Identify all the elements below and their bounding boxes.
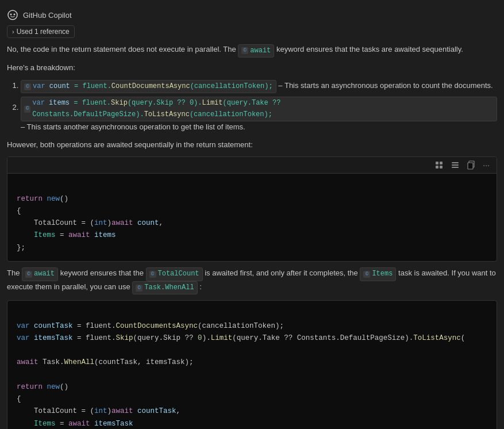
header: GitHub Copilot xyxy=(7,5,497,25)
code-content-1: return new() { TotalCount = (int)await c… xyxy=(7,174,497,261)
svg-rect-5 xyxy=(436,166,438,168)
badge-icon-4: © xyxy=(363,271,370,278)
breakdown-list: © var count = fluent.CountDocumentsAsync… xyxy=(7,80,497,133)
prose3-mid: keyword ensures that the xyxy=(60,269,146,277)
breakdown-label: Here's a breakdown: xyxy=(7,62,497,74)
prose3-cont: is awaited first, and only after it comp… xyxy=(205,269,360,277)
prose2-text: However, both operations are awaited seq… xyxy=(7,139,497,151)
chevron-icon: › xyxy=(12,28,14,35)
items-badge: © Items xyxy=(360,267,396,281)
li2-desc: – This starts another asynchronous opera… xyxy=(21,122,245,131)
code-content-2: var countTask = fluent.CountDocumentsAsy… xyxy=(7,301,497,429)
svg-point-0 xyxy=(8,10,17,20)
badge-icon-1: © xyxy=(241,47,248,54)
await-badge-2: © await xyxy=(22,267,58,281)
prose3-pre: The xyxy=(7,269,22,277)
svg-rect-4 xyxy=(440,162,443,164)
svg-rect-6 xyxy=(440,166,443,168)
svg-point-2 xyxy=(14,14,16,16)
toolbar-btn-inspect[interactable] xyxy=(432,159,446,171)
badge-li2: © var items = fluent.Skip(query.Skip ?? … xyxy=(21,97,497,121)
badge-icon-5: © xyxy=(136,285,143,292)
prose1-text: No, the code in the return statement doe… xyxy=(7,45,238,53)
main-container: GitHub Copilot › Used 1 reference No, th… xyxy=(0,0,504,429)
code-toolbar-1: ··· xyxy=(7,157,497,174)
svg-rect-3 xyxy=(436,162,438,164)
prose-section-1: No, the code in the return statement doe… xyxy=(7,44,497,74)
code-block-2: var countTask = fluent.CountDocumentsAsy… xyxy=(7,300,497,429)
list-item-1: © var count = fluent.CountDocumentsAsync… xyxy=(21,80,497,94)
copilot-icon xyxy=(7,9,18,21)
await-badge-1: © await xyxy=(238,44,274,58)
prose-section-2: However, both operations are awaited seq… xyxy=(7,139,497,151)
toolbar-btn-split[interactable] xyxy=(448,159,462,171)
header-title: GitHub Copilot xyxy=(23,11,72,20)
badge-li1: © var count = fluent.CountDocumentsAsync… xyxy=(21,80,276,93)
li1-desc: – This starts an asynchronous operation … xyxy=(278,81,493,90)
reference-label: Used 1 reference xyxy=(17,28,70,36)
badge-icon-li1: © xyxy=(24,83,31,90)
badge-icon-li2: © xyxy=(24,106,30,113)
code-block-1: ··· return new() { TotalCount = (int)awa… xyxy=(7,156,497,262)
taskwhenall-badge: © Task.WhenAll xyxy=(132,281,197,294)
prose3-colon: : xyxy=(199,282,202,291)
totalcount-badge: © TotalCount xyxy=(146,267,203,281)
svg-rect-9 xyxy=(452,167,459,168)
list-item-2: © var items = fluent.Skip(query.Skip ?? … xyxy=(21,97,497,133)
svg-rect-7 xyxy=(452,162,459,163)
badge-icon-2: © xyxy=(25,271,32,278)
prose-section-3: The © await keyword ensures that the © T… xyxy=(7,267,497,295)
toolbar-btn-more[interactable]: ··· xyxy=(480,159,492,171)
badge-icon-3: © xyxy=(149,271,156,278)
svg-rect-8 xyxy=(452,164,459,166)
prose1-cont: keyword ensures that the tasks are await… xyxy=(276,45,463,53)
svg-point-1 xyxy=(10,14,12,16)
svg-rect-11 xyxy=(468,163,473,169)
reference-button[interactable]: › Used 1 reference xyxy=(7,25,75,38)
toolbar-btn-copy[interactable] xyxy=(464,159,478,171)
